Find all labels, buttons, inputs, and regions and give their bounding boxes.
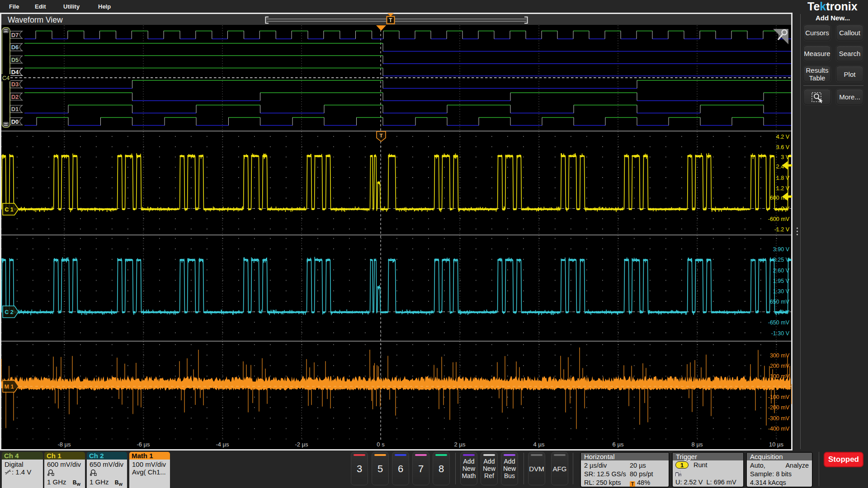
svg-text:-400 mV: -400 mV [768, 426, 790, 432]
svg-text:D5: D5 [11, 56, 19, 63]
svg-text:D1: D1 [11, 106, 19, 113]
svg-text:8 µs: 8 µs [692, 441, 703, 448]
svg-text:0 V: 0 V [781, 384, 789, 390]
svg-text:-300 mV: -300 mV [768, 415, 790, 422]
svg-text:3.25 V: 3.25 V [773, 257, 790, 263]
svg-text:D6: D6 [11, 44, 19, 51]
svg-text:3.90 V: 3.90 V [773, 246, 790, 253]
svg-text:10 µs: 10 µs [769, 441, 784, 448]
svg-text:1.8 V: 1.8 V [776, 175, 790, 181]
svg-text:M 1: M 1 [5, 384, 14, 390]
svg-text:D0: D0 [11, 118, 19, 125]
svg-text:100 mV: 100 mV [770, 373, 790, 380]
svg-text:0 V: 0 V [781, 309, 789, 315]
svg-text:2.60 V: 2.60 V [773, 267, 790, 274]
svg-text:C4: C4 [2, 75, 10, 81]
svg-text:T: T [389, 17, 392, 23]
svg-text:C 1: C 1 [5, 206, 14, 213]
svg-text:1.30 V: 1.30 V [773, 288, 790, 295]
svg-text:T: T [379, 133, 382, 138]
svg-text:-1.30 V: -1.30 V [771, 330, 790, 337]
svg-text:6 µs: 6 µs [613, 441, 624, 448]
svg-text:2 µs: 2 µs [454, 441, 466, 448]
svg-text:650 mV: 650 mV [770, 299, 790, 305]
svg-text:D4: D4 [11, 69, 19, 75]
svg-text:1.95 V: 1.95 V [773, 278, 790, 284]
svg-text:-600 mV: -600 mV [768, 216, 790, 222]
svg-text:0 V: 0 V [781, 206, 789, 212]
svg-text:4.2 V: 4.2 V [776, 134, 790, 140]
svg-text:-8 µs: -8 µs [57, 441, 71, 448]
svg-text:C 2: C 2 [5, 309, 14, 315]
svg-text:1.2 V: 1.2 V [776, 185, 790, 192]
svg-text:-2 µs: -2 µs [295, 441, 308, 448]
svg-text:-1.2 V: -1.2 V [774, 226, 790, 233]
svg-text:-200 mV: -200 mV [768, 404, 790, 411]
svg-text:D7: D7 [11, 32, 19, 38]
svg-text:-100 mV: -100 mV [768, 394, 790, 400]
svg-text:3.6 V: 3.6 V [776, 144, 790, 150]
svg-text:200 mV: 200 mV [770, 363, 790, 369]
svg-text:-6 µs: -6 µs [137, 441, 150, 448]
svg-text:0 s: 0 s [377, 441, 385, 448]
svg-text:D2: D2 [11, 94, 19, 100]
svg-text:4 µs: 4 µs [533, 441, 545, 448]
svg-text:-650 mV: -650 mV [768, 319, 790, 326]
svg-text:-4 µs: -4 µs [216, 441, 229, 448]
svg-text:300 mV: 300 mV [770, 352, 790, 359]
svg-text:D3: D3 [11, 81, 19, 88]
svg-text:3 V: 3 V [781, 154, 789, 160]
